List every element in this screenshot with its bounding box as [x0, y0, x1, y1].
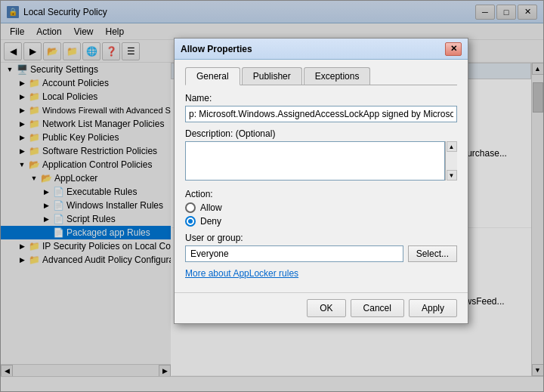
radio-group: Allow Deny: [185, 202, 457, 227]
allow-properties-dialog: Allow Properties ✕ General Publisher Exc…: [174, 38, 468, 324]
dialog-close-button[interactable]: ✕: [445, 42, 462, 56]
description-wrapper: ▲ ▼: [185, 141, 457, 183]
tab-general[interactable]: General: [185, 67, 240, 85]
apply-button[interactable]: Apply: [409, 299, 457, 317]
ta-scroll-track: [446, 152, 457, 170]
ta-scroll-up[interactable]: ▲: [447, 141, 457, 152]
dialog-title-bar: Allow Properties ✕: [175, 39, 468, 60]
action-section: Action: Allow Deny: [185, 189, 457, 227]
ta-scroll-down[interactable]: ▼: [447, 170, 457, 181]
radio-allow-item[interactable]: Allow: [185, 202, 457, 213]
radio-allow-label: Allow: [200, 202, 222, 213]
description-input[interactable]: [185, 141, 445, 181]
description-label: Description: (Optional): [185, 128, 457, 139]
user-group-section: User or group: Select...: [185, 233, 457, 262]
radio-deny-item[interactable]: Deny: [185, 216, 457, 227]
modal-overlay: Allow Properties ✕ General Publisher Exc…: [0, 0, 544, 392]
textarea-scrollbar: ▲ ▼: [445, 141, 457, 181]
cancel-button[interactable]: Cancel: [351, 299, 404, 317]
ok-button[interactable]: OK: [307, 299, 345, 317]
tab-publisher[interactable]: Publisher: [242, 67, 302, 85]
name-input[interactable]: [185, 106, 457, 122]
user-group-label: User or group:: [185, 233, 457, 243]
action-label: Action:: [185, 189, 457, 199]
dialog-title: Allow Properties: [181, 44, 445, 54]
radio-deny-circle[interactable]: [185, 216, 196, 227]
name-label: Name:: [185, 93, 457, 103]
radio-allow-circle[interactable]: [185, 202, 196, 213]
name-section: Name: document.querySelector('[data-name…: [185, 93, 457, 122]
description-section: Description: (Optional) ▲ ▼: [185, 128, 457, 183]
user-group-row: Select...: [185, 245, 457, 262]
tab-exceptions[interactable]: Exceptions: [304, 67, 371, 85]
user-group-input[interactable]: [185, 245, 403, 262]
dialog-content: General Publisher Exceptions Name: docum…: [175, 60, 468, 292]
dialog-buttons: OK Cancel Apply: [175, 292, 468, 323]
tab-bar: General Publisher Exceptions: [185, 67, 457, 85]
more-about-link[interactable]: More about AppLocker rules: [185, 268, 457, 279]
radio-deny-label: Deny: [200, 216, 221, 227]
select-button[interactable]: Select...: [408, 245, 457, 262]
